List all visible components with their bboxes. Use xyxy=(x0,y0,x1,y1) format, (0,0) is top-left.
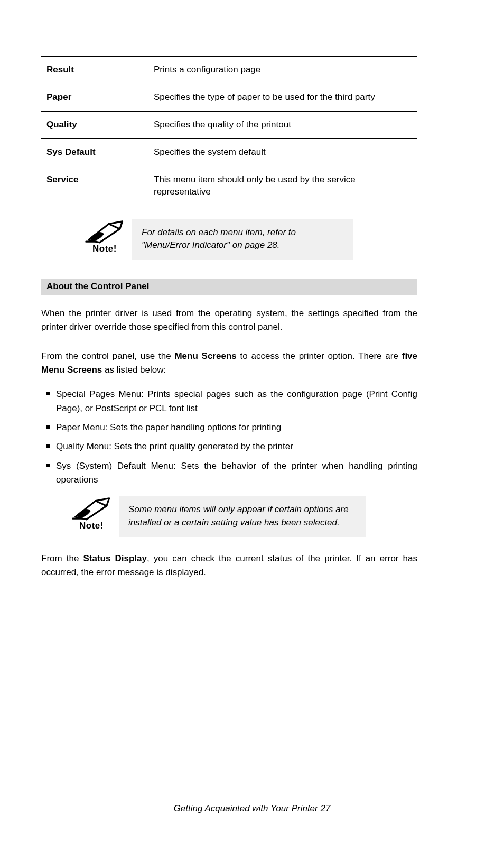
table-cell-value: This menu item should only be used by th… xyxy=(148,166,417,206)
note-block: Note! Some menu items will only appear i… xyxy=(41,496,417,536)
list-item: Special Pages Menu: Prints special pages… xyxy=(41,387,417,415)
list-item: Paper Menu: Sets the paper handling opti… xyxy=(41,421,417,434)
text: From the control panel, use the xyxy=(41,351,174,361)
table-cell-label: Service xyxy=(41,166,148,206)
paragraph: From the control panel, use the Menu Scr… xyxy=(41,349,417,377)
table-row: Sys Default Specifies the system default xyxy=(41,138,417,166)
table-cell-label: Paper xyxy=(41,84,148,111)
text: From the xyxy=(41,553,83,563)
table-row: Quality Specifies the quality of the pri… xyxy=(41,111,417,138)
text: to access the printer option. There are xyxy=(237,351,402,361)
table-cell-value: Prints a configuration page xyxy=(148,57,417,84)
table-cell-value: Specifies the quality of the printout xyxy=(148,111,417,138)
page-footer: Getting Acquainted with Your Printer 27 xyxy=(0,803,504,815)
text-bold: Menu Screens xyxy=(174,351,236,361)
table-cell-label: Result xyxy=(41,57,148,84)
note-icon: Note! xyxy=(83,219,126,253)
table-cell-value: Specifies the type of paper to be used f… xyxy=(148,84,417,111)
table-row: Service This menu item should only be us… xyxy=(41,166,417,206)
note-text: For details on each menu item, refer to … xyxy=(132,219,353,260)
section-heading: About the Control Panel xyxy=(41,279,417,295)
paragraph: When the printer driver is used from the… xyxy=(41,307,417,335)
table-row: Paper Specifies the type of paper to be … xyxy=(41,84,417,111)
list-item: Quality Menu: Sets the print quality gen… xyxy=(41,440,417,453)
table-cell-value: Specifies the system default xyxy=(148,138,417,166)
text-bold: Status Display xyxy=(83,553,147,563)
paragraph: From the Status Display, you can check t… xyxy=(41,552,417,580)
note-icon: Note! xyxy=(70,496,113,530)
text: as listed below: xyxy=(102,365,166,375)
table-cell-label: Sys Default xyxy=(41,138,148,166)
menu-table: Result Prints a configuration page Paper… xyxy=(41,56,417,206)
table-cell-label: Quality xyxy=(41,111,148,138)
note-text: Some menu items will only appear if cert… xyxy=(119,496,366,536)
list-item: Sys (System) Default Menu: Sets the beha… xyxy=(41,459,417,487)
bullet-list: Special Pages Menu: Prints special pages… xyxy=(41,387,417,487)
note-block: Note! For details on each menu item, ref… xyxy=(41,219,417,260)
table-row: Result Prints a configuration page xyxy=(41,57,417,84)
